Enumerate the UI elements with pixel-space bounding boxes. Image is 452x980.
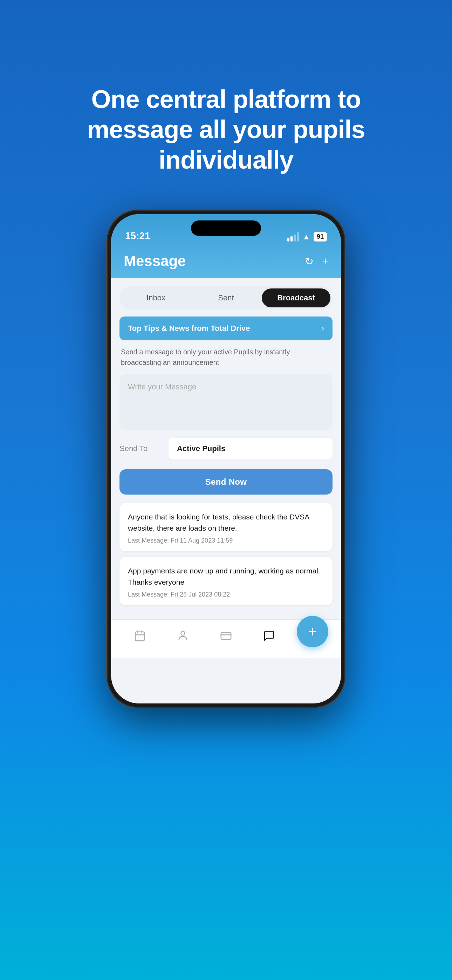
send-to-value[interactable]: Active Pupils (169, 438, 333, 460)
hero-section: One central platform to message all your… (0, 42, 452, 175)
message-card-text: Anyone that is looking for tests, please… (128, 511, 324, 533)
battery-indicator: 91 (314, 232, 327, 242)
message-card-text: App payments are now up and running, wor… (128, 565, 324, 587)
add-button[interactable]: + (322, 255, 328, 267)
signal-icon (287, 232, 299, 242)
message-input-area[interactable]: Write your Message (119, 374, 333, 430)
message-card: Anyone that is looking for tests, please… (119, 503, 333, 551)
message-card-time: Last Message: Fri 11 Aug 2023 11:59 (128, 537, 324, 544)
wifi-icon: ▲ (302, 232, 310, 242)
phone-frame: 15:21 ▲ 91 Message ↻ (107, 210, 345, 708)
status-icons: ▲ 91 (287, 232, 327, 242)
svg-point-4 (181, 631, 185, 635)
fab-button[interactable]: + (297, 616, 328, 648)
broadcast-description: Send a message to only your active Pupil… (119, 347, 333, 368)
dynamic-island (191, 221, 261, 236)
status-bar: 15:21 ▲ 91 (111, 214, 341, 246)
screen-content: Inbox Sent Broadcast Top Tips & News fro… (111, 278, 341, 619)
nav-payments[interactable] (213, 626, 239, 648)
phone-mockup: 15:21 ▲ 91 Message ↻ (107, 210, 345, 708)
app-header: Message ↻ + (111, 246, 341, 278)
svg-rect-0 (135, 632, 144, 641)
send-to-label: Send To (119, 444, 162, 453)
channel-label: Top Tips & News from Total Drive (128, 324, 250, 333)
refresh-button[interactable]: ↻ (305, 255, 314, 267)
tab-bar: Inbox Sent Broadcast (119, 286, 333, 310)
person-icon (177, 630, 189, 644)
nav-calendar[interactable] (127, 626, 153, 648)
tab-sent[interactable]: Sent (192, 288, 260, 307)
message-card: App payments are now up and running, wor… (119, 557, 333, 605)
header-actions: ↻ + (305, 255, 328, 267)
status-time: 15:21 (125, 230, 150, 242)
svg-rect-5 (221, 632, 231, 639)
phone-screen: 15:21 ▲ 91 Message ↻ (111, 214, 341, 703)
tab-broadcast[interactable]: Broadcast (262, 288, 330, 307)
send-to-row: Send To Active Pupils (119, 438, 333, 460)
chat-icon (263, 630, 275, 644)
hero-title: One central platform to message all your… (28, 84, 424, 175)
channel-arrow-icon: › (321, 323, 324, 333)
tab-inbox[interactable]: Inbox (122, 288, 190, 307)
calendar-icon (134, 630, 146, 644)
card-icon (220, 630, 232, 644)
send-now-button[interactable]: Send Now (119, 469, 333, 495)
nav-messages[interactable] (256, 626, 282, 648)
channel-row[interactable]: Top Tips & News from Total Drive › (119, 317, 333, 340)
message-card-time: Last Message: Fri 28 Jul 2023 08:22 (128, 591, 324, 598)
nav-profile[interactable] (170, 626, 196, 648)
app-title: Message (124, 253, 186, 269)
message-placeholder: Write your Message (128, 382, 196, 391)
